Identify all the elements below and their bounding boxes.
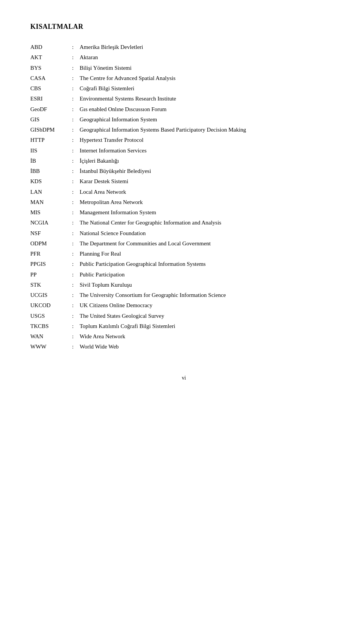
abbr-key: AKT (30, 52, 72, 63)
abbr-row: MIS:Management Information System (30, 207, 337, 218)
abbr-row: WAN:Wide Area Network (30, 331, 337, 342)
abbr-colon: : (72, 187, 80, 197)
abbr-colon: : (72, 331, 80, 342)
abbr-colon: : (72, 239, 80, 249)
abbr-key: İBB (30, 166, 72, 176)
abbr-row: CASA:The Centre for Advanced Spatial Ana… (30, 73, 337, 83)
abbr-colon: : (72, 197, 80, 207)
abbr-key: PFR (30, 249, 72, 259)
abbr-value: Karar Destek Sistemi (80, 176, 337, 187)
abbr-row: BYS:Bilişi Yönetim Sistemi (30, 63, 337, 73)
page-title: KISALTMALAR (30, 23, 337, 31)
abbr-row: LAN:Local Area Network (30, 187, 337, 197)
abbr-colon: : (72, 342, 80, 352)
abbr-colon: : (72, 115, 80, 125)
abbr-value: National Science Foundation (80, 228, 337, 239)
abbr-value: Planning For Real (80, 249, 337, 259)
abbr-key: WAN (30, 331, 72, 342)
abbr-value: The National Center for Geographic Infor… (80, 218, 337, 228)
abbr-colon: : (72, 290, 80, 300)
abbr-row: UCGIS:The University Consortium for Geog… (30, 290, 337, 300)
abbr-key: NSF (30, 228, 72, 239)
abbr-colon: : (72, 300, 80, 311)
abbr-colon: : (72, 321, 80, 331)
abbr-colon: : (72, 94, 80, 104)
abbr-value: Sivil Toplum Kuruluşu (80, 280, 337, 290)
abbr-colon: : (72, 218, 80, 228)
abbr-value: World Wide Web (80, 342, 337, 352)
abbr-colon: : (72, 156, 80, 166)
abbr-colon: : (72, 104, 80, 115)
abbr-value: Geographical Information System (80, 115, 337, 125)
abbr-key: ODPM (30, 239, 72, 249)
abbr-row: PP:Public Participation (30, 270, 337, 280)
abbreviations-table: ABD:Amerika Birleşik DevletleriAKT:Aktar… (30, 42, 337, 352)
abbr-key: IIS (30, 146, 72, 156)
abbr-colon: : (72, 42, 80, 52)
abbr-row: GIS:Geographical Information System (30, 115, 337, 125)
abbr-row: WWW:World Wide Web (30, 342, 337, 352)
abbr-row: ODPM:The Department for Communities and … (30, 239, 337, 249)
abbr-row: GeoDF:Gıs enabled Onlıne Dıscussıon Foru… (30, 104, 337, 115)
page-footer: vi (30, 375, 337, 381)
abbr-row: STK:Sivil Toplum Kuruluşu (30, 280, 337, 290)
abbr-key: UKCOD (30, 300, 72, 311)
abbr-value: Internet Information Services (80, 146, 337, 156)
abbr-key: CASA (30, 73, 72, 83)
abbr-key: KDS (30, 176, 72, 187)
abbr-colon: : (72, 146, 80, 156)
abbr-colon: : (72, 270, 80, 280)
abbr-value: Aktaran (80, 52, 337, 63)
abbr-key: GISbDPM (30, 125, 72, 135)
abbr-value: Public Participation Geographical Inform… (80, 259, 337, 269)
abbr-value: Toplum Katılımlı Coğrafi Bilgi Sistemler… (80, 321, 337, 331)
abbr-value: Wide Area Network (80, 331, 337, 342)
abbr-key: NCGIA (30, 218, 72, 228)
abbr-row: USGS:The United States Geological Survey (30, 311, 337, 321)
abbr-value: Public Participation (80, 270, 337, 280)
abbr-row: ESRI:Environmental Systems Research Inst… (30, 94, 337, 104)
abbr-colon: : (72, 228, 80, 239)
abbr-colon: : (72, 249, 80, 259)
abbr-value: Management Information System (80, 207, 337, 218)
abbr-value: İçişleri Bakanlığı (80, 156, 337, 166)
abbr-row: HTTP:Hypertext Transfer Protocol (30, 135, 337, 145)
abbr-key: UCGIS (30, 290, 72, 300)
abbr-value: Bilişi Yönetim Sistemi (80, 63, 337, 73)
abbr-key: TKCBS (30, 321, 72, 331)
abbr-row: PFR:Planning For Real (30, 249, 337, 259)
abbr-value: Environmental Systems Research Institute (80, 94, 337, 104)
abbr-row: MAN:Metropolitan Area Network (30, 197, 337, 207)
abbr-row: ABD:Amerika Birleşik Devletleri (30, 42, 337, 52)
abbr-key: WWW (30, 342, 72, 352)
abbr-value: Hypertext Transfer Protocol (80, 135, 337, 145)
abbr-row: KDS:Karar Destek Sistemi (30, 176, 337, 187)
abbr-key: HTTP (30, 135, 72, 145)
abbr-key: ESRI (30, 94, 72, 104)
abbr-key: PP (30, 270, 72, 280)
abbr-value: Geographical Information Systems Based P… (80, 125, 337, 135)
abbr-row: İB:İçişleri Bakanlığı (30, 156, 337, 166)
abbr-key: USGS (30, 311, 72, 321)
abbr-value: Local Area Network (80, 187, 337, 197)
abbr-key: BYS (30, 63, 72, 73)
abbr-value: Coğrafi Bilgi Sistemleri (80, 83, 337, 94)
abbr-row: UKCOD:UK Citizens Online Democracy (30, 300, 337, 311)
abbr-colon: : (72, 311, 80, 321)
abbr-colon: : (72, 63, 80, 73)
abbr-colon: : (72, 176, 80, 187)
abbr-row: NCGIA:The National Center for Geographic… (30, 218, 337, 228)
abbr-colon: : (72, 125, 80, 135)
abbr-colon: : (72, 280, 80, 290)
abbr-row: NSF:National Science Foundation (30, 228, 337, 239)
abbr-key: ABD (30, 42, 72, 52)
abbr-value: The Department for Communities and Local… (80, 239, 337, 249)
abbr-key: CBS (30, 83, 72, 94)
abbr-row: IIS:Internet Information Services (30, 146, 337, 156)
abbr-key: MIS (30, 207, 72, 218)
abbr-key: STK (30, 280, 72, 290)
abbr-value: Metropolitan Area Network (80, 197, 337, 207)
abbr-colon: : (72, 207, 80, 218)
abbr-key: PPGIS (30, 259, 72, 269)
abbr-row: CBS:Coğrafi Bilgi Sistemleri (30, 83, 337, 94)
